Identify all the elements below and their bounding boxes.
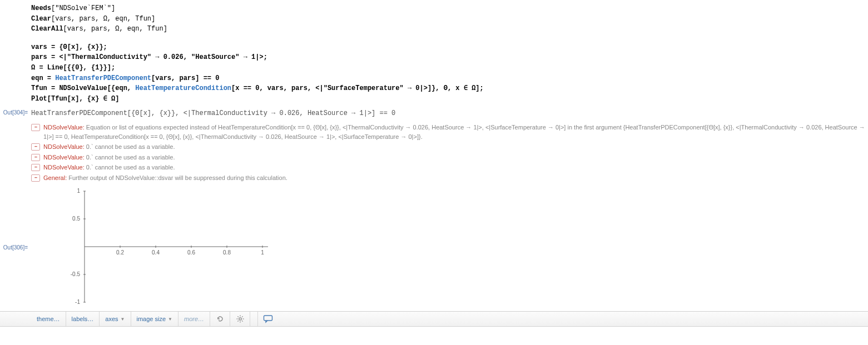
message-text: Further output of NDSolveValue::dsvar wi…	[67, 174, 287, 181]
message-tag: NDSolveValue:	[43, 124, 85, 131]
xtick-label: 0.8	[223, 249, 231, 256]
message-opener-icon[interactable]: ···	[31, 174, 40, 182]
code-token: eqn =	[31, 74, 55, 82]
message-tag: NDSolveValue:	[43, 164, 85, 171]
axes-button[interactable]: axes▼	[100, 312, 131, 326]
message-opener-icon[interactable]: ···	[31, 124, 40, 131]
code-token: Tfun = NDSolveValue[{eqn,	[31, 84, 135, 92]
plot-graphic[interactable]: 0.2 0.4 0.6 0.8 1 -1	[62, 186, 274, 308]
output-cell-306: Out[306]= 0.2 0.4 0.6 0.	[0, 186, 868, 308]
code-token: HeatTransferPDEComponent	[55, 74, 151, 82]
code-token: Ω = Line[{{0}, {1}}];	[31, 64, 115, 72]
theme-button[interactable]: theme…	[31, 312, 66, 326]
svg-line-19	[242, 317, 242, 317]
labels-button[interactable]: labels…	[66, 312, 100, 326]
chat-icon	[263, 314, 273, 323]
message-row: ··· NDSolveValue: 0.` cannot be used as …	[31, 142, 868, 152]
output-label-306: Out[306]=	[0, 243, 31, 251]
message-row: ··· NDSolveValue: 0.` cannot be used as …	[31, 163, 868, 172]
more-button[interactable]: more…	[178, 312, 210, 326]
xtick-label: 1	[261, 249, 264, 256]
code-token: pars = <|"ThermalConductivity" → 0.026, …	[31, 53, 267, 61]
message-text: Equation or list of equations expected i…	[43, 124, 865, 140]
chevron-down-icon: ▼	[121, 317, 125, 322]
code-token: Plot[Tfun[x], {x} ∈ Ω]	[31, 95, 119, 103]
message-row: ··· NDSolveValue: Equation or list of eq…	[31, 123, 868, 141]
output-label-304: Out[304]=	[0, 108, 31, 116]
revert-icon	[216, 314, 225, 323]
imagesize-label: image size	[137, 316, 166, 322]
code-token: ClearAll	[31, 25, 63, 33]
message-text: 0.` cannot be used as a variable.	[85, 164, 175, 171]
code-token: Needs	[31, 4, 51, 12]
x-ticks: 0.2 0.4 0.6 0.8 1	[116, 246, 264, 256]
message-opener-icon[interactable]: ···	[31, 143, 40, 151]
message-tag: General:	[43, 174, 67, 181]
theme-label: theme…	[37, 316, 60, 322]
gear-icon	[236, 314, 245, 323]
svg-line-17	[242, 321, 242, 322]
labels-label: labels…	[72, 316, 94, 322]
chat-icon-button[interactable]	[258, 312, 278, 326]
gear-icon-button[interactable]	[230, 312, 250, 326]
svg-point-11	[239, 318, 241, 320]
code-token: vars = {Θ[x], {x}};	[31, 43, 107, 51]
suggestions-bar: theme… labels… axes▼ image size▼ more…	[0, 311, 868, 327]
code-token: [vars, pars, Ω, eqn, Tfun]	[51, 15, 155, 23]
message-text: 0.` cannot be used as a variable.	[85, 154, 175, 161]
image-size-button[interactable]: image size▼	[131, 312, 179, 326]
ytick-label: 1	[77, 188, 80, 194]
message-opener-icon[interactable]: ···	[31, 164, 40, 171]
message-row: ··· NDSolveValue: 0.` cannot be used as …	[31, 153, 868, 162]
y-ticks: -1 -0.5 0.5 1	[71, 188, 86, 305]
code-token: Clear	[31, 15, 51, 23]
ytick-label: -0.5	[71, 271, 81, 277]
xtick-label: 0.4	[152, 249, 160, 256]
message-row: ··· General: Further output of NDSolveVa…	[31, 173, 868, 183]
code-token: [vars, pars] == 0	[151, 74, 219, 82]
svg-line-18	[237, 321, 238, 322]
output-expr-304: HeatTransferPDEComponent[{Θ[x], {x}}, <|…	[31, 108, 864, 118]
code-token: HeatTemperatureCondition	[135, 84, 231, 92]
code-token: [vars, pars, Ω, eqn, Tfun]	[63, 25, 167, 33]
svg-line-16	[237, 317, 238, 317]
xtick-label: 0.6	[187, 249, 195, 256]
message-text: 0.` cannot be used as a variable.	[85, 143, 175, 150]
more-label: more…	[184, 316, 204, 322]
notebook-area: Needs["NDSolve`FEM`"] Clear[vars, pars, …	[0, 0, 868, 327]
ytick-label: -1	[75, 299, 80, 305]
revert-icon-button[interactable]	[210, 312, 230, 326]
chevron-down-icon: ▼	[168, 317, 172, 322]
message-opener-icon[interactable]: ···	[31, 154, 40, 161]
input-label	[0, 3, 31, 4]
message-tag: NDSolveValue:	[43, 143, 85, 150]
input-cell[interactable]: Needs["NDSolve`FEM`"] Clear[vars, pars, …	[0, 3, 868, 104]
message-tag: NDSolveValue:	[43, 154, 85, 161]
svg-rect-20	[264, 316, 272, 321]
ytick-label: 0.5	[72, 216, 80, 222]
code-token: ["NDSolve`FEM`"]	[51, 4, 115, 12]
axes-label: axes	[105, 316, 118, 322]
code-token: [x == 0, vars, pars, <|"SurfaceTemperatu…	[231, 84, 484, 92]
xtick-label: 0.2	[116, 249, 124, 256]
output-cell-304: Out[304]= HeatTransferPDEComponent[{Θ[x]…	[0, 108, 868, 118]
